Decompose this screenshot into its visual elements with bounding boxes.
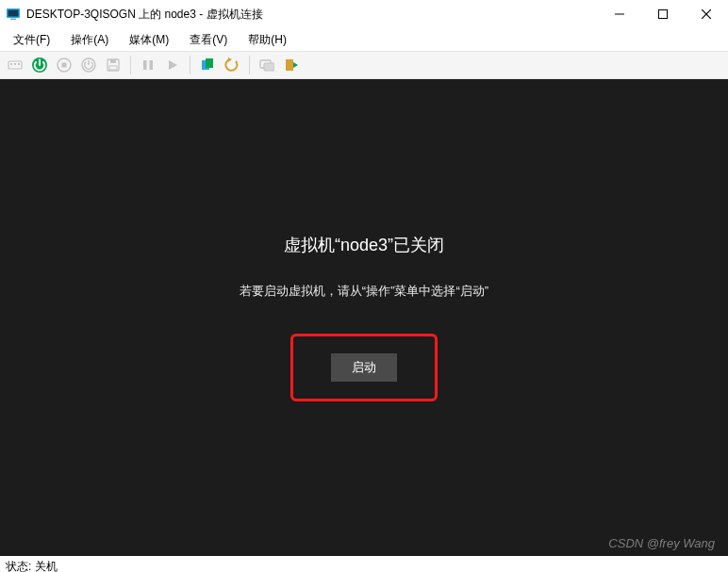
maximize-button[interactable] — [641, 0, 685, 28]
vmconnect-icon — [6, 7, 21, 22]
svg-rect-24 — [206, 58, 213, 68]
vm-off-instruction: 若要启动虚拟机，请从“操作”菜单中选择“启动” — [240, 283, 488, 300]
status-value: 关机 — [35, 559, 58, 573]
watermark: CSDN @frey Wang — [608, 536, 715, 550]
shutdown-button[interactable] — [77, 54, 100, 76]
svg-marker-25 — [228, 57, 232, 62]
menu-view[interactable]: 查看(V) — [180, 30, 237, 50]
svg-rect-18 — [110, 59, 116, 63]
titlebar: DESKTOP-3QISOGN 上的 node3 - 虚拟机连接 — [0, 0, 728, 28]
reset-button[interactable] — [161, 54, 184, 76]
start-vm-button[interactable]: 启动 — [331, 353, 397, 382]
enhanced-session-button[interactable] — [256, 54, 278, 76]
svg-rect-28 — [286, 59, 293, 71]
svg-rect-10 — [18, 63, 20, 65]
svg-rect-20 — [143, 60, 147, 70]
menu-help[interactable]: 帮助(H) — [239, 30, 296, 50]
revert-button[interactable] — [221, 54, 243, 76]
checkpoint-button[interactable] — [196, 54, 219, 76]
close-button[interactable] — [685, 0, 728, 28]
vm-off-heading: 虚拟机“node3”已关闭 — [284, 234, 444, 256]
svg-rect-4 — [659, 10, 668, 19]
pause-button[interactable] — [137, 54, 159, 76]
svg-rect-21 — [150, 60, 154, 70]
start-button-toolbar[interactable] — [28, 54, 51, 76]
svg-rect-8 — [10, 63, 12, 65]
menu-action[interactable]: 操作(A) — [61, 30, 118, 50]
ctrl-alt-del-button[interactable] — [4, 54, 26, 76]
svg-rect-27 — [264, 63, 274, 71]
svg-rect-19 — [109, 66, 117, 70]
menubar: 文件(F) 操作(A) 媒体(M) 查看(V) 帮助(H) — [0, 28, 728, 51]
share-button[interactable] — [280, 54, 303, 76]
svg-rect-2 — [10, 19, 16, 21]
statusbar: 状态: 关机 — [0, 557, 63, 572]
menu-media[interactable]: 媒体(M) — [120, 30, 178, 50]
annotation-highlight: 启动 — [290, 334, 438, 401]
svg-rect-9 — [14, 63, 16, 65]
svg-marker-29 — [293, 62, 298, 68]
toolbar-separator — [130, 56, 131, 74]
status-label: 状态: — [6, 559, 31, 573]
save-button[interactable] — [102, 54, 124, 76]
window-controls — [598, 0, 728, 28]
menu-file[interactable]: 文件(F) — [4, 30, 59, 50]
toolbar — [0, 51, 728, 79]
vm-display-area: 虚拟机“node3”已关闭 若要启动虚拟机，请从“操作”菜单中选择“启动” 启动… — [0, 79, 728, 556]
svg-rect-14 — [62, 63, 67, 68]
window-title: DESKTOP-3QISOGN 上的 node3 - 虚拟机连接 — [26, 7, 598, 23]
svg-marker-22 — [169, 60, 177, 70]
svg-rect-1 — [8, 10, 19, 17]
turnoff-button[interactable] — [53, 54, 75, 76]
toolbar-separator — [249, 56, 250, 74]
toolbar-separator — [190, 56, 190, 74]
minimize-button[interactable] — [598, 0, 641, 28]
